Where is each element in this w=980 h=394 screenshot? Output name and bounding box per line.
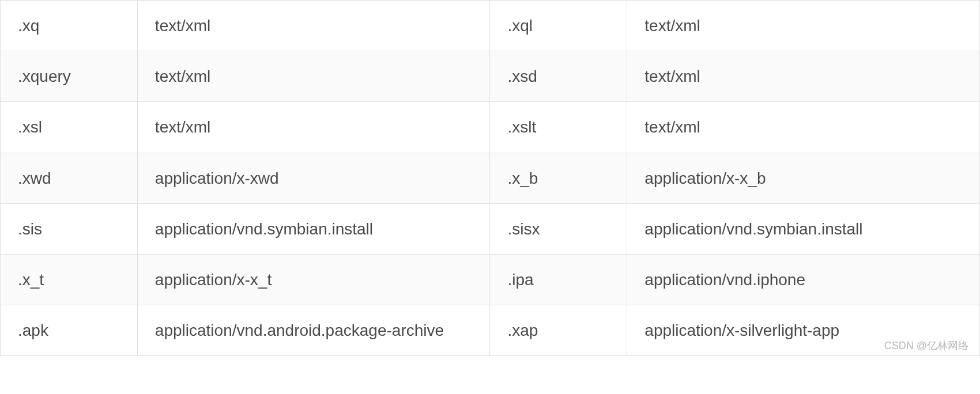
mime-table-wrapper: .xq text/xml .xql text/xml .xquery text/…: [0, 0, 980, 356]
watermark-text: CSDN @亿林网络: [884, 339, 968, 353]
cell-ext: .sis: [1, 203, 138, 254]
cell-mime: application/vnd.android.package-archive: [137, 305, 490, 356]
table-row: .xwd application/x-xwd .x_b application/…: [1, 153, 980, 203]
cell-ext: .sisx: [490, 203, 627, 254]
mime-table-body: .xq text/xml .xql text/xml .xquery text/…: [1, 1, 980, 356]
cell-mime: text/xml: [137, 51, 490, 102]
table-row: .apk application/vnd.android.package-arc…: [1, 305, 980, 356]
cell-mime: application/vnd.iphone: [627, 254, 980, 305]
cell-ext: .xslt: [490, 102, 627, 153]
cell-mime: text/xml: [137, 102, 490, 153]
cell-mime: text/xml: [627, 51, 980, 102]
cell-ext: .ipa: [490, 254, 627, 305]
cell-mime: application/x-x_t: [137, 254, 490, 305]
table-row: .sis application/vnd.symbian.install .si…: [1, 203, 980, 254]
cell-mime: application/vnd.symbian.install: [627, 203, 980, 254]
table-row: .x_t application/x-x_t .ipa application/…: [1, 254, 980, 305]
table-row: .xquery text/xml .xsd text/xml: [1, 51, 980, 102]
cell-ext: .x_b: [490, 153, 627, 203]
cell-ext: .xql: [490, 1, 627, 51]
mime-table: .xq text/xml .xql text/xml .xquery text/…: [0, 0, 980, 356]
cell-mime: application/x-x_b: [627, 153, 980, 203]
cell-mime: application/x-xwd: [137, 153, 490, 203]
cell-mime: text/xml: [137, 1, 490, 51]
cell-ext: .xquery: [1, 51, 138, 102]
cell-ext: .xap: [490, 305, 627, 356]
cell-ext: .x_t: [1, 254, 138, 305]
cell-ext: .apk: [1, 305, 138, 356]
cell-mime: application/vnd.symbian.install: [137, 203, 490, 254]
cell-ext: .xsl: [1, 102, 138, 153]
cell-ext: .xsd: [490, 51, 627, 102]
cell-mime: text/xml: [627, 102, 980, 153]
cell-mime: text/xml: [627, 1, 980, 51]
table-row: .xsl text/xml .xslt text/xml: [1, 102, 980, 153]
table-row: .xq text/xml .xql text/xml: [1, 1, 980, 51]
cell-ext: .xq: [1, 1, 138, 51]
cell-ext: .xwd: [1, 153, 138, 203]
